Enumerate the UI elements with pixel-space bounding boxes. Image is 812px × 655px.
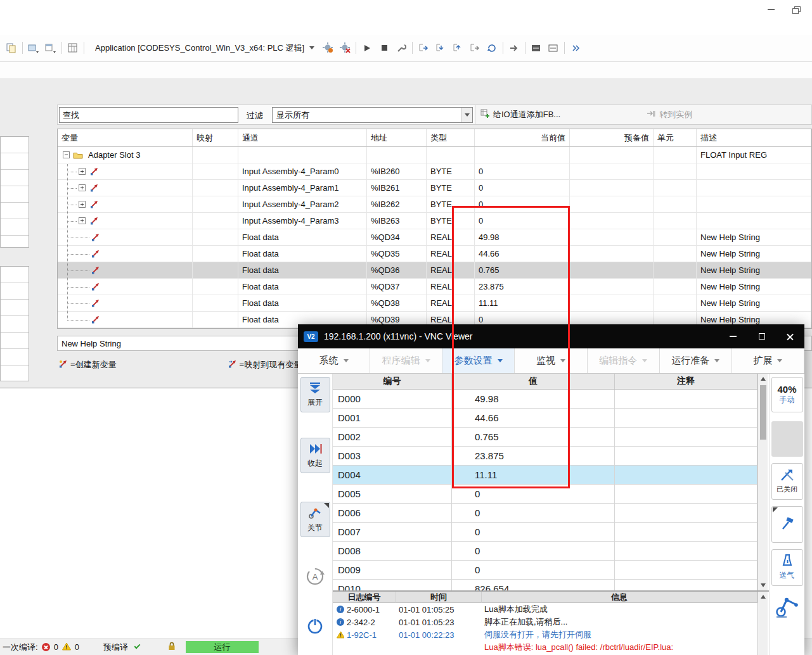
menu-tab[interactable]: 监视: [515, 348, 587, 373]
stop-icon[interactable]: [378, 42, 390, 54]
window-minimize-button[interactable]: [763, 3, 779, 16]
column-header-type[interactable]: 类型: [427, 129, 475, 146]
legend-map-item: =映射到现有变量: [228, 359, 302, 371]
param-scrollbar[interactable]: [757, 374, 768, 590]
joint-mode-button[interactable]: 关节: [300, 502, 330, 537]
step-over-icon[interactable]: [417, 42, 430, 54]
menu-tab[interactable]: 扩展: [732, 348, 804, 373]
run-to-cursor-icon[interactable]: [468, 42, 481, 54]
expand-button[interactable]: 展开: [300, 377, 330, 412]
variable-icon: [91, 266, 100, 274]
device-grid-icon[interactable]: [67, 42, 79, 54]
log-row[interactable]: 2-6000-1 01-01 01:05:25 Lua脚本加载完成: [333, 603, 757, 616]
table-row[interactable]: Float data %QD36 REAL 0.765 New Help Str…: [58, 262, 811, 279]
reset-icon[interactable]: [486, 42, 498, 54]
type-cell: REAL: [427, 279, 475, 295]
speed-button[interactable]: 40% 手动: [771, 377, 803, 412]
scroll-down-icon[interactable]: [758, 580, 768, 590]
scrollbar-thumb[interactable]: [760, 385, 766, 440]
vnc-titlebar[interactable]: V2 192.168.1.200 (x11vnc) - VNC Viewer: [298, 324, 804, 348]
log-row[interactable]: Lua脚本错误: lua_pcall() failed: /rbctrl/lua…: [333, 641, 757, 654]
collapse-button[interactable]: 收起: [300, 438, 330, 473]
log-row[interactable]: 1-92C-1 01-01 00:22:23 伺服没有打开，请先打开伺服: [333, 628, 757, 641]
log-row[interactable]: 2-342-2 01-01 01:05:23 脚本正在加载,请稍后...: [333, 616, 757, 628]
column-header-unit[interactable]: 单元: [654, 129, 697, 146]
scroll-up-icon[interactable]: [758, 592, 768, 602]
log-scrollbar[interactable]: [757, 592, 768, 655]
expand-expander-icon[interactable]: [79, 184, 86, 191]
refresh-icon[interactable]: [569, 42, 582, 54]
column-header-description[interactable]: 描述: [697, 129, 811, 146]
param-row[interactable]: D002 0.765: [333, 428, 757, 447]
channel-cell: Input Assembly-4_Param1: [238, 180, 367, 196]
force-values-icon[interactable]: [530, 42, 543, 54]
power-icon[interactable]: [306, 617, 324, 637]
table-row[interactable]: Adapter Slot 3 FLOAT Input REG: [58, 147, 811, 163]
servo-state-button[interactable]: 已关闭: [771, 463, 803, 500]
table-row[interactable]: Float data %QD35 REAL 44.66 New Help Str…: [58, 246, 811, 262]
column-header-prepared-value[interactable]: 预备值: [570, 129, 654, 146]
table-row[interactable]: Float data %QD37 REAL 23.875 New Help St…: [58, 279, 811, 295]
table-row[interactable]: Input Assembly-4_Param3 %IB263 BYTE 0: [58, 213, 811, 229]
air-supply-button[interactable]: 送气: [771, 549, 803, 586]
vnc-maximize-button[interactable]: [747, 324, 776, 348]
vnc-minimize-button[interactable]: [719, 324, 747, 348]
chevron-down-icon[interactable]: [461, 108, 472, 122]
param-row[interactable]: D009 0: [333, 561, 757, 580]
vnc-close-button[interactable]: [776, 324, 804, 348]
param-row[interactable]: D010 826.654: [333, 580, 757, 590]
menu-tab[interactable]: 运行准备: [660, 348, 732, 373]
air-nozzle-icon: [780, 554, 794, 569]
new-object-icon[interactable]: [44, 42, 57, 54]
menu-tab[interactable]: 程序编辑: [370, 348, 442, 373]
start-icon[interactable]: [361, 42, 373, 54]
table-row[interactable]: Float data %QD34 REAL 49.98 New Help Str…: [58, 229, 811, 246]
window-restore-button[interactable]: [787, 3, 804, 16]
search-input[interactable]: 查找: [59, 107, 238, 123]
column-header-mapping[interactable]: 映射: [193, 129, 238, 146]
scroll-up-icon[interactable]: [758, 374, 768, 384]
table-row[interactable]: Float data %QD38 REAL 11.11 New Help Str…: [58, 295, 811, 312]
login-gear-icon[interactable]: [321, 42, 334, 54]
param-row[interactable]: D003 23.875: [333, 447, 757, 466]
column-header-variable[interactable]: 变量: [58, 129, 193, 146]
param-row[interactable]: D004 11.11: [333, 466, 757, 485]
column-header-current-value[interactable]: 当前值: [475, 129, 570, 146]
application-selector[interactable]: Application [CODESYS_Control_Win_V3_x64:…: [93, 41, 317, 55]
column-header-address[interactable]: 地址: [367, 129, 427, 146]
param-row[interactable]: D006 0: [333, 504, 757, 523]
collapse-expander-icon[interactable]: [63, 151, 70, 158]
add-fb-button[interactable]: 给IO通道添加FB...: [480, 109, 560, 120]
write-values-icon[interactable]: [547, 42, 560, 54]
type-cell: REAL: [427, 229, 475, 245]
goto-instance-button[interactable]: 转到实例: [647, 109, 692, 120]
logout-gear-icon[interactable]: [338, 42, 351, 54]
param-row[interactable]: D005 0: [333, 485, 757, 504]
robot-icon[interactable]: [773, 591, 802, 621]
build-icon[interactable]: [27, 42, 40, 54]
param-row[interactable]: D008 0: [333, 542, 757, 561]
step-into-icon[interactable]: [434, 42, 447, 54]
column-header-channel[interactable]: 通道: [238, 129, 367, 146]
wrench-icon[interactable]: [395, 42, 408, 54]
table-row[interactable]: Input Assembly-4_Param0 %IB260 BYTE 0: [58, 163, 811, 180]
expand-expander-icon[interactable]: [79, 168, 86, 175]
menu-tab[interactable]: 系统: [298, 348, 370, 373]
param-row[interactable]: D007 0: [333, 523, 757, 542]
table-row[interactable]: Input Assembly-4_Param1 %IB261 BYTE 0: [58, 180, 811, 196]
tool-button[interactable]: [771, 506, 803, 543]
table-row[interactable]: Input Assembly-4_Param2 %IB262 BYTE 0: [58, 196, 811, 213]
auto-mode-icon[interactable]: A: [304, 566, 326, 589]
expand-expander-icon[interactable]: [79, 217, 86, 224]
expand-expander-icon[interactable]: [79, 201, 86, 208]
menu-tab[interactable]: 编辑指令: [588, 348, 660, 373]
step-out-icon[interactable]: [451, 42, 464, 54]
toolbar-separator: [356, 42, 356, 54]
param-row[interactable]: D001 44.66: [333, 409, 757, 428]
param-row[interactable]: D000 49.98: [333, 390, 757, 409]
menu-tab[interactable]: 参数设置: [442, 348, 515, 373]
paste-icon[interactable]: [5, 42, 18, 54]
run-button[interactable]: 运行: [186, 641, 259, 653]
resume-icon[interactable]: [508, 42, 520, 54]
filter-dropdown[interactable]: 显示所有: [272, 107, 473, 123]
